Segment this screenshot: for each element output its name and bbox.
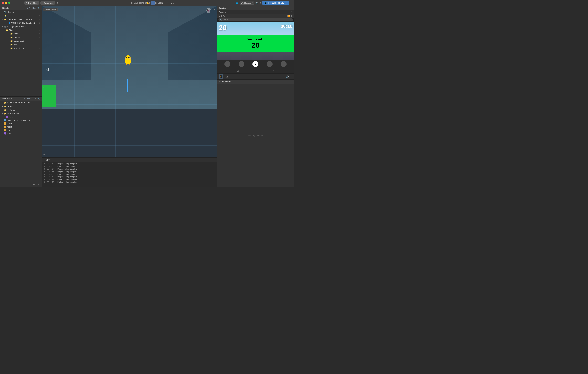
tree-item-lookaround[interactable]: ▼ 📁 LookAroundObjectController ⊙	[0, 18, 42, 21]
tree-item-camera[interactable]: 📷 Camera ⊙	[0, 10, 42, 14]
log-msg-4: Project backup complete	[57, 173, 77, 175]
tree-item-counter[interactable]: 📁 counter ⊙	[0, 36, 42, 39]
snap-icon[interactable]: 📷	[255, 2, 258, 4]
resources-filter-icon[interactable]: ▼	[34, 97, 36, 100]
background-action[interactable]: ⊙	[39, 40, 40, 42]
light-action[interactable]: ⊙	[39, 15, 40, 17]
copy-icon[interactable]: ⧉	[43, 153, 45, 156]
preview-tab-layers[interactable]: ⊞	[224, 74, 229, 79]
phone-content-area: 20 00:10 Your result: 20	[217, 22, 294, 60]
res-item-chick-remove[interactable]: ▶ 📁 Chick_FBX [REMOVE_ME]	[0, 101, 42, 105]
tree-item-result[interactable]: 📁 result ⊙	[0, 43, 42, 46]
fullscreen-tool[interactable]: ⛶	[170, 1, 175, 5]
resources-search-icon[interactable]: 🔍	[37, 97, 40, 100]
rotate-tool[interactable]: ↻	[160, 1, 165, 5]
settings-icon[interactable]: ⚙	[259, 2, 261, 4]
result-label: result	[14, 43, 38, 46]
tree-item-timer[interactable]: 📁 timer ⊙	[0, 32, 42, 36]
list-view-button[interactable]: ☰	[32, 183, 36, 186]
close-button[interactable]	[2, 2, 4, 4]
viewport[interactable]: 10 t:	[42, 6, 217, 158]
light-label: Light	[7, 15, 38, 17]
objects-add-new-button[interactable]: ⊕ Add New	[27, 7, 36, 9]
ortho-output-icon	[4, 119, 6, 121]
submit-lens-button[interactable]: ↑ Submit Lens	[40, 1, 55, 5]
orthocam-icon: 📷	[4, 25, 7, 28]
counter-res-label: counter	[7, 122, 40, 125]
effects-action[interactable]: ⊙	[39, 29, 40, 31]
orthocam-label: Orthographic Camera	[7, 25, 38, 28]
tree-item-background[interactable]: 📁 background ⊙	[0, 39, 42, 43]
panel-collapse-button[interactable]: ▶	[214, 8, 216, 10]
chick-remove-icon: 📁	[4, 101, 7, 104]
res-item-scripts[interactable]: ▶ 📁 Scripts	[0, 105, 42, 108]
logger: Logger 23:59:40 Project backup complete …	[42, 158, 217, 187]
phone-share-icon[interactable]: ↗	[272, 69, 274, 72]
phone-ctrl-1[interactable]: ○	[224, 61, 230, 67]
phone-ctrl-2[interactable]: ○	[239, 61, 244, 67]
tree-item-resultnumber[interactable]: 📁 resultNumber ⊙	[0, 46, 42, 50]
res-item-base[interactable]: Base	[0, 115, 42, 119]
res-item-textures[interactable]: ▶ 📁 Textures	[0, 108, 42, 112]
preview-filename: Sky.png	[219, 11, 289, 13]
phone-ctrl-record[interactable]: ●	[252, 61, 258, 67]
phone-ctrl-5[interactable]: ○	[281, 61, 287, 67]
world-space-dropdown[interactable]: World space ▾	[240, 1, 254, 5]
chick-character	[122, 54, 134, 66]
center-panel: 10 t:	[42, 6, 217, 187]
phone-ctrl-4[interactable]: ○	[267, 61, 273, 67]
preview-header: Preview	[217, 6, 294, 10]
chickfbx-action[interactable]: ⊙	[39, 22, 40, 24]
scale-tool[interactable]: ⤡	[165, 1, 170, 5]
res-item-timer[interactable]: timer	[0, 128, 42, 132]
result-action[interactable]: ⊙	[39, 44, 40, 46]
screen-mode-button[interactable]: Screen Mode	[43, 8, 58, 11]
project-info-label: Project Info	[28, 2, 37, 4]
dropdown-arrow[interactable]: ▼	[56, 2, 58, 4]
phone-location-icon[interactable]: ◎	[237, 69, 239, 72]
push-lens-button[interactable]: 📱 Push Lens To Device	[262, 1, 289, 5]
res-item-unlit-textures[interactable]: ▼ 📂 Unlit Textures	[0, 112, 42, 115]
tree-item-orthocam[interactable]: ▼ 📷 Orthographic Camera ⊙	[0, 25, 42, 28]
textures-label: Textures	[7, 109, 40, 111]
log-entry-0: 23:59:40 Project backup complete	[42, 162, 217, 165]
preview-expand-icon[interactable]: ⛶	[290, 75, 292, 78]
base-label: Base	[9, 116, 40, 118]
resources-footer: ☰ ⊞	[0, 182, 42, 187]
res-item-result[interactable]: result	[0, 125, 42, 128]
push-lens-more[interactable]: |	[290, 2, 292, 4]
res-item-counter[interactable]: counter	[0, 122, 42, 125]
expand-unlit-textures: ▼	[1, 113, 3, 115]
lookaround-label: LookAroundObjectController	[7, 18, 38, 21]
objects-search-icon[interactable]: 🔍	[37, 7, 40, 9]
maximize-button[interactable]	[8, 2, 10, 4]
resultnumber-label: resultNumber	[14, 47, 38, 49]
phone-search-bar[interactable]: 🔍 Search	[218, 18, 293, 21]
tree-item-chickfbx[interactable]: 🔷 Chick_FBX [REPLACE_ME] ⊙	[0, 21, 42, 25]
tree-item-light[interactable]: 💡 Light ⊙	[0, 14, 42, 18]
res-item-unlit[interactable]: Unlit	[0, 132, 42, 135]
unlit-res-icon	[4, 132, 6, 135]
preview-volume-icon[interactable]: 🔊	[285, 75, 289, 78]
timer-action[interactable]: ⊙	[39, 33, 40, 35]
logger-header: Logger	[42, 158, 217, 162]
tree-item-effects[interactable]: ▼ 📁 Effects ⊙	[0, 28, 42, 32]
res-plus-icon: ⊕	[23, 98, 25, 100]
camera-action[interactable]: ⊙	[39, 11, 40, 13]
project-info-button[interactable]: ⊙ Project Info	[24, 1, 39, 5]
move-tool[interactable]: ⟺	[156, 1, 160, 5]
preview-tab-screen[interactable]: 📱	[219, 74, 223, 79]
orthocam-action[interactable]: ⊙	[39, 26, 40, 28]
resultnumber-action[interactable]: ⊙	[39, 47, 40, 49]
phone-status-bar: 9:41 PM ▐ 🛜 ▓	[217, 14, 294, 18]
expand-base	[3, 116, 5, 118]
preview-refresh-button[interactable]: ↺	[290, 11, 292, 14]
minimize-button[interactable]	[5, 2, 7, 4]
counter-action[interactable]: ⊙	[39, 37, 40, 38]
lookaround-action[interactable]: ⊙	[39, 19, 40, 20]
grid-view-button[interactable]: ⊞	[37, 183, 40, 186]
select-tool[interactable]: ⬚	[151, 1, 155, 5]
resources-add-new-button[interactable]: ⊕ Add New	[23, 98, 33, 100]
hand-tool[interactable]: ✋	[146, 1, 150, 5]
res-item-ortho-output[interactable]: Orthographic Camera Output	[0, 119, 42, 122]
